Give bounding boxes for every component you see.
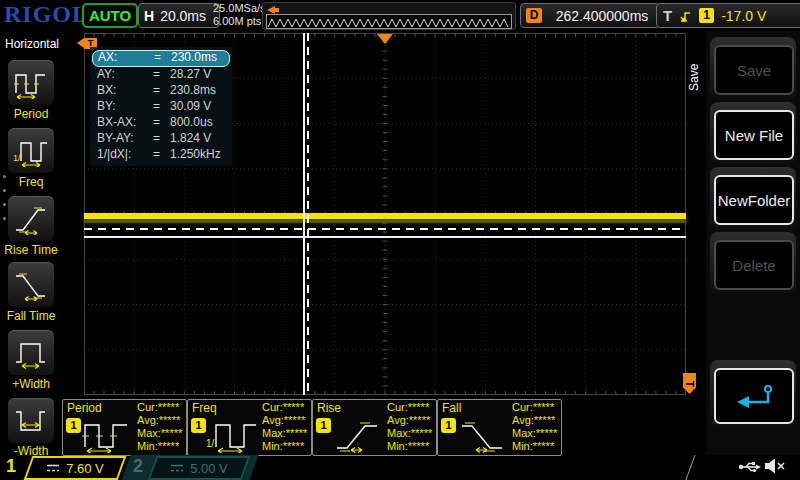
menu-label-pos-width: +Width [0,377,62,391]
new-file-button[interactable]: New File [714,110,794,160]
cursor-row-ax: AX: = 230.0ms [92,50,230,67]
bottom-bar-divider [685,455,695,480]
rise-time-icon [13,203,49,235]
channel-badge: 1 [66,418,81,433]
rigol-logo: RIGOL [4,1,89,28]
measurement-stats: Cur:***** Avg:***** Max:***** Min:***** [512,401,557,453]
pos-width-icon [13,337,49,369]
trigger-position-marker[interactable] [377,34,393,44]
cursor-by-line[interactable] [84,228,686,230]
waveform-preview-bar [262,2,516,30]
cursor-label: BX-AX: [97,115,153,131]
measurement-name: Fall [442,401,461,415]
cursor-value: 30.09 V [170,99,225,115]
neg-width-icon [13,405,49,437]
delete-button[interactable]: Delete [714,240,794,290]
measurement-panel-fall: Fall 1 Cur:***** Avg:***** Max:***** Min… [437,399,562,456]
equals-sign: = [153,99,170,115]
menu-button-rise-time[interactable] [8,196,54,241]
ch1-scale: 7.60 V [66,461,104,476]
channel-badge: 1 [441,418,456,433]
ch2-status-pill[interactable]: 5.00 V [148,456,251,480]
menu-button-pos-width[interactable] [8,330,54,375]
ch1-trace-noise [84,220,686,223]
cursor-label: BX: [97,83,153,99]
cursor-readout-box: AX: = 230.0ms AY: = 28.27 V BX: = 230.8m… [90,47,232,166]
cursor-value: 1.824 V [170,131,225,147]
usb-icon [738,459,762,475]
ch1-status-pill[interactable]: 7.60 V [24,456,127,480]
channel-badge: 1 [191,418,206,433]
preview-position-icon [267,6,275,14]
menu-label-fall-time: Fall Time [0,309,62,323]
rising-edge-icon [679,8,692,24]
dc-coupling-icon [170,463,184,473]
menu-button-period[interactable] [8,60,54,105]
measurement-panel-freq: Freq 1 1/ Cur:***** Avg:***** Max:***** … [187,399,312,456]
cursor-row-bxax: BX-AX: = 800.0us [92,115,230,131]
return-arrow-icon [731,382,777,410]
cursor-ax-line[interactable] [303,33,305,395]
softkey-slot: NewFolder [710,167,796,229]
menu-scroll-dot [3,175,6,178]
trigger-source-badge: 1 [699,8,714,23]
equals-sign: = [153,83,170,99]
oscilloscope-screen: RIGOL AUTO H 20.0ms 25.0MSa/s 6.00M pts … [0,0,800,480]
cursor-value: 230.0ms [171,51,224,66]
softkey-slot: Delete [710,232,796,294]
graticule: T T AX: = 230.0ms AY: = 28.27 V BX: = 23… [84,33,686,395]
delay-value: 262.400000ms [550,8,654,24]
preview-waveform [267,16,511,29]
preview-window [266,14,512,29]
equals-sign: = [154,51,171,66]
dc-coupling-icon [46,463,60,473]
cursor-row-by: BY: = 30.09 V [92,99,230,115]
speaker-muted-icon [764,457,786,475]
measurement-panel-rise: Rise 1 Cur:***** Avg:***** Max:***** Min… [312,399,437,456]
menu-tab-save: Save [687,40,705,114]
channel-badge: 1 [316,418,331,433]
cursor-value: 800.0us [170,115,225,131]
measurement-stats: Cur:***** Avg:***** Max:***** Min:***** [262,401,307,453]
softkey-slot: New File [710,102,796,164]
menu-scroll-dot [3,217,6,220]
ch1-trace[interactable] [84,213,686,219]
menu-scroll-dot [3,189,6,192]
acquisition-info: 25.0MSa/s 6.00M pts [213,2,266,28]
menu-button-neg-width[interactable] [8,398,54,443]
equals-sign: = [153,115,170,131]
cursor-bx-line[interactable] [307,33,309,395]
new-folder-button[interactable]: NewFolder [714,175,794,225]
horizontal-timebase-panel: H 20.0ms [138,3,220,28]
save-button[interactable]: Save [714,45,794,95]
ch2-scale: 5.00 V [190,461,228,476]
menu-button-fall-time[interactable] [8,262,54,307]
left-menu-title: Horizontal [0,37,64,51]
sample-rate: 25.0MSa/s [213,2,266,15]
return-button[interactable] [714,368,794,424]
svg-text:1/: 1/ [13,153,21,163]
trigger-level-value: -17.0 V [721,8,766,24]
cursor-label: BY-AY: [97,131,153,147]
trigger-label: T [663,7,672,24]
cursor-value: 1.250kHz [170,147,225,163]
equals-sign: = [153,67,170,83]
cursor-ay-line[interactable] [84,236,686,238]
svg-text:1/: 1/ [206,438,215,449]
menu-label-rise-time: Rise Time [0,243,62,257]
menu-label-period: Period [0,107,62,121]
cursor-value: 28.27 V [170,67,225,83]
menu-scroll-dot [3,203,6,206]
cursor-label: AY: [97,67,153,83]
period-icon [81,417,133,453]
cursor-row-ay: AY: = 28.27 V [92,67,230,83]
menu-button-freq[interactable]: 1/ [8,128,54,173]
period-icon [13,67,49,99]
fall-time-icon [13,269,49,301]
freq-icon: 1/ [206,417,258,453]
horizontal-label: H [144,8,154,24]
cursor-row-bx: BX: = 230.8ms [92,83,230,99]
delay-label: D [526,8,542,23]
cursor-label: 1/|dX|: [97,147,153,163]
measurement-name: Period [67,401,102,415]
